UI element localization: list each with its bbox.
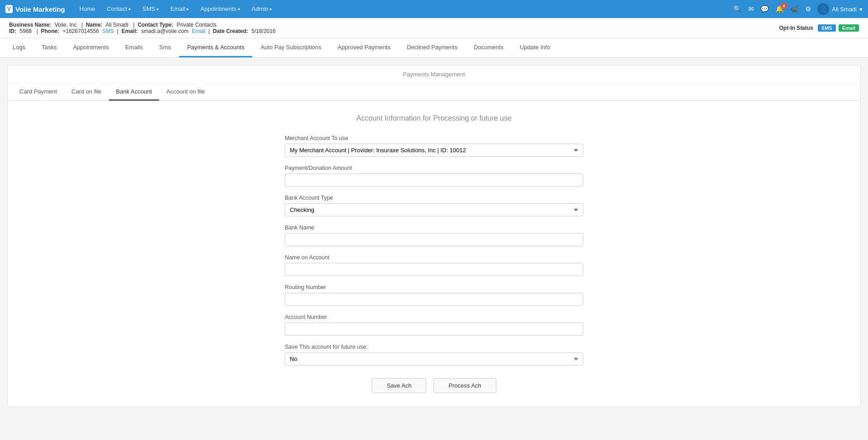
contact-email: smadi.a@voiie.com <box>141 28 189 34</box>
video-icon[interactable]: 📹 <box>790 5 799 13</box>
bank-name-input[interactable] <box>285 233 583 246</box>
save-future-label: Save This account for future use: <box>285 344 583 350</box>
opt-in-status: Opt-In Status SMS Email <box>779 24 859 32</box>
tab-payments[interactable]: Payments & Accounts <box>179 38 252 57</box>
payment-amount-group: Payment/Donation Amount <box>285 165 583 187</box>
merchant-account-select[interactable]: My Merchant Account | Provider: Insuraxe… <box>285 144 583 157</box>
main-tabs: Logs Tasks Appointments Emails Sms Payme… <box>0 38 868 58</box>
process-ach-button[interactable]: Process Ach <box>434 378 496 393</box>
navbar: V Voiie Marketing Home Contact SMS Email… <box>0 0 868 18</box>
sms-link[interactable]: SMS <box>137 0 164 19</box>
contact-type: Private Contacts <box>177 22 217 28</box>
brand-logo[interactable]: V Voiie Marketing <box>5 5 65 13</box>
nav-links: Home Contact SMS Email Appointments Admi… <box>74 0 277 19</box>
payment-amount-input[interactable] <box>285 173 583 187</box>
tab-logs[interactable]: Logs <box>5 38 33 57</box>
tab-update-info[interactable]: Update Info <box>512 38 558 57</box>
tab-appointments[interactable]: Appointments <box>65 38 117 57</box>
appointments-link[interactable]: Appointments <box>195 0 245 19</box>
tab-tasks[interactable]: Tasks <box>33 38 65 57</box>
routing-number-label: Routing Number <box>285 284 583 290</box>
name-on-account-label: Name on Account <box>285 254 583 261</box>
tab-emails[interactable]: Emails <box>117 38 151 57</box>
save-future-select[interactable]: No Yes <box>285 352 583 365</box>
business-label: Business Name: <box>9 22 51 28</box>
tab-approved[interactable]: Approved Payments <box>330 38 399 57</box>
user-menu[interactable]: 👤 Ali Smadi ▾ <box>817 3 863 15</box>
tab-sms[interactable]: Sms <box>151 38 179 57</box>
brand-icon: V <box>5 5 13 13</box>
phone-label: Phone: <box>41 28 60 34</box>
tab-autopay[interactable]: Auto Pay Subscriptions <box>252 38 329 57</box>
stab-card-on-file[interactable]: Card on file <box>64 84 108 101</box>
phone-sms-link[interactable]: SMS <box>102 28 114 34</box>
page-scroll: Business Name: Voiie, Inc | Name: Ali Sm… <box>0 18 868 440</box>
avatar: 👤 <box>817 3 829 15</box>
opt-in-label: Opt-In Status <box>779 25 813 31</box>
bank-name-group: Bank Name <box>285 225 583 246</box>
email-link[interactable]: Email <box>192 28 205 34</box>
tab-declined[interactable]: Declined Payments <box>399 38 466 57</box>
sms-badge: SMS <box>818 24 836 32</box>
bank-account-type-label: Bank Account Type <box>285 195 583 201</box>
bell-wrapper[interactable]: 🔔 0 <box>775 5 784 13</box>
business-name: Voiie, Inc <box>55 22 77 28</box>
routing-number-group: Routing Number <box>285 284 583 306</box>
routing-number-input[interactable] <box>285 293 583 306</box>
account-number-group: Account Number <box>285 314 583 336</box>
bank-account-type-select[interactable]: Checking Savings <box>285 203 583 216</box>
navbar-right: 🔍 ✉ 💬 🔔 0 📹 ⚙ 👤 Ali Smadi ▾ <box>733 3 863 15</box>
merchant-account-label: Merchant Account To use <box>285 135 583 141</box>
contact-link[interactable]: Contact <box>101 0 136 19</box>
contact-type-label: Contact Type: <box>137 22 173 28</box>
bank-name-label: Bank Name <box>285 225 583 231</box>
name-on-account-group: Name on Account <box>285 254 583 276</box>
email-badge: Email <box>839 24 859 32</box>
merchant-account-group: Merchant Account To use My Merchant Acco… <box>285 135 583 157</box>
payments-management-label: Payments Management <box>8 66 860 84</box>
user-name: Ali Smadi <box>832 6 857 13</box>
email-label: Email: <box>122 28 138 34</box>
id-label: ID: <box>9 28 16 34</box>
contact-id: 5988 <box>19 28 32 34</box>
contact-phone: +16267014556 <box>63 28 99 34</box>
payment-sub-tabs: Card Payment Card on file Bank Account A… <box>8 84 860 101</box>
date-created: 5/18/2016 <box>251 28 275 34</box>
action-buttons: Save Ach Process Ach <box>285 378 583 393</box>
contact-name: Ali Smadi <box>105 22 128 28</box>
stab-bank-account[interactable]: Bank Account <box>109 84 160 101</box>
email-link[interactable]: Email <box>165 0 194 19</box>
date-created-label: Date Created: <box>213 28 248 34</box>
form-title: Account Information for Processing or fu… <box>285 114 583 122</box>
bank-account-form: Account Information for Processing or fu… <box>276 101 592 407</box>
contact-bar: Business Name: Voiie, Inc | Name: Ali Sm… <box>0 18 868 38</box>
account-number-input[interactable] <box>285 323 583 336</box>
account-number-label: Account Number <box>285 314 583 320</box>
tab-documents[interactable]: Documents <box>466 38 512 57</box>
content-area: Payments Management Card Payment Card on… <box>0 58 868 414</box>
save-ach-button[interactable]: Save Ach <box>372 378 426 393</box>
brand-name: Voiie Marketing <box>15 5 65 13</box>
bell-badge: 0 <box>781 3 787 9</box>
save-future-group: Save This account for future use: No Yes <box>285 344 583 365</box>
settings-icon[interactable]: ⚙ <box>805 5 811 13</box>
user-dropdown-icon: ▾ <box>859 6 863 13</box>
name-label: Name: <box>86 22 103 28</box>
bank-account-type-group: Bank Account Type Checking Savings <box>285 195 583 216</box>
payments-card: Payments Management Card Payment Card on… <box>7 65 861 407</box>
stab-card-payment[interactable]: Card Payment <box>12 84 64 101</box>
chat-icon[interactable]: 💬 <box>760 5 769 13</box>
search-icon[interactable]: 🔍 <box>733 5 742 13</box>
contact-info: Business Name: Voiie, Inc | Name: Ali Sm… <box>9 22 278 34</box>
name-on-account-input[interactable] <box>285 263 583 276</box>
home-link[interactable]: Home <box>74 0 101 18</box>
admin-link[interactable]: Admin <box>246 0 278 19</box>
stab-account-on-file[interactable]: Account on file <box>159 84 212 101</box>
payment-amount-label: Payment/Donation Amount <box>285 165 583 171</box>
mail-icon[interactable]: ✉ <box>748 5 754 13</box>
